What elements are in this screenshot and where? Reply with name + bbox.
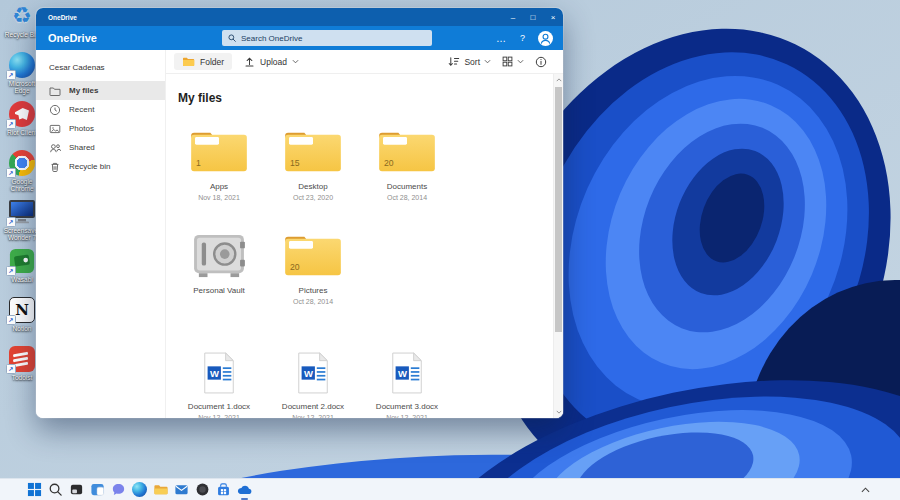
file-tile-name: Document 3.docx: [376, 402, 438, 411]
sidebar-item-icon: [49, 161, 61, 173]
tile-document-3-docx[interactable]: W Document 3.docx Nov 12, 2021: [360, 339, 454, 418]
taskbar-task-view-button[interactable]: [68, 481, 85, 498]
file-tile-date: Nov 18, 2021: [198, 194, 240, 201]
desktop-icon-label: Wasabi: [11, 276, 32, 283]
tile-documents[interactable]: 20 Documents Oct 28, 2014: [360, 119, 454, 201]
sidebar-item-shared[interactable]: Shared: [36, 138, 165, 157]
sort-button-label: Sort: [464, 57, 480, 67]
file-tile-date: Oct 28, 2014: [387, 194, 427, 201]
desktop-icon-label: Todoist: [12, 374, 33, 381]
tile-pictures[interactable]: 20 Pictures Oct 28, 2014: [266, 223, 360, 305]
sidebar-item-recent[interactable]: Recent: [36, 100, 165, 119]
titlebar: OneDrive – □ ×: [36, 8, 563, 26]
taskbar-mail-button[interactable]: [173, 481, 190, 498]
desktop-icon-glyph: ↗: [8, 149, 36, 177]
sidebar-item-photos[interactable]: Photos: [36, 119, 165, 138]
search-icon: [228, 34, 236, 42]
file-tile-icon: 15: [282, 119, 344, 175]
scroll-thumb[interactable]: [555, 87, 562, 332]
svg-text:1: 1: [196, 158, 201, 168]
sidebar-item-icon: [49, 85, 61, 97]
taskbar-app-button[interactable]: [194, 481, 211, 498]
tile-document-1-docx[interactable]: W Document 1.docx Nov 12, 2021: [172, 339, 266, 418]
scrollbar[interactable]: [553, 74, 563, 418]
sort-icon: [448, 56, 460, 67]
taskbar-chat-button[interactable]: [110, 481, 127, 498]
search-box[interactable]: [222, 30, 432, 46]
folder-button-label: Folder: [200, 57, 224, 67]
file-tile-date: Oct 23, 2020: [293, 194, 333, 201]
more-options-button[interactable]: …: [496, 33, 507, 44]
sidebar-item-label: Recycle bin: [69, 162, 110, 171]
shortcut-arrow-icon: ↗: [6, 70, 16, 80]
sidebar-item-icon: [49, 104, 61, 116]
taskbar-start-button[interactable]: [26, 481, 43, 498]
search-input[interactable]: [241, 34, 426, 43]
sidebar-item-my-files[interactable]: My files: [36, 81, 165, 100]
desktop-icon-glyph: ↗: [8, 51, 36, 79]
file-area: My files 1 Apps Nov 18, 2021 15 Desktop …: [166, 74, 553, 418]
main-pane: Folder Upload Sort: [166, 50, 563, 418]
taskbar-microsoft-store-button[interactable]: [215, 481, 232, 498]
taskbar-onedrive-button[interactable]: [236, 481, 253, 498]
desktop-icon-glyph: ↗: [8, 198, 36, 226]
svg-text:W: W: [304, 368, 313, 379]
taskbar-file-explorer-button[interactable]: [152, 481, 169, 498]
taskbar-widgets-button[interactable]: [89, 481, 106, 498]
new-folder-button[interactable]: Folder: [174, 53, 232, 70]
taskbar-microsoft-edge-button[interactable]: [131, 481, 148, 498]
desktop-icon-glyph: ♻: [8, 2, 36, 30]
sidebar-item-label: My files: [69, 86, 98, 95]
sidebar-item-icon: [49, 123, 61, 135]
tile-document-2-docx[interactable]: W Document 2.docx Nov 12, 2021: [266, 339, 360, 418]
sidebar-item-label: Photos: [69, 124, 94, 133]
tile-desktop[interactable]: 15 Desktop Oct 23, 2020: [266, 119, 360, 201]
toolbar: Folder Upload Sort: [166, 50, 563, 74]
sort-button[interactable]: Sort: [448, 56, 491, 67]
desktop-icon-glyph: ↗: [8, 345, 36, 373]
svg-text:20: 20: [384, 158, 394, 168]
scroll-up-button[interactable]: [554, 75, 563, 85]
upload-button[interactable]: Upload: [236, 53, 307, 70]
sidebar-item-icon: [49, 142, 61, 154]
chevron-down-icon: [517, 59, 524, 64]
details-button[interactable]: [535, 56, 547, 68]
onedrive-window: OneDrive – □ × OneDrive … ?: [36, 8, 563, 418]
file-tile-name: Documents: [387, 182, 427, 191]
file-tile-name: Document 2.docx: [282, 402, 344, 411]
tile-apps[interactable]: 1 Apps Nov 18, 2021: [172, 119, 266, 201]
help-button[interactable]: ?: [520, 33, 525, 43]
file-tile-date: Nov 12, 2021: [386, 414, 428, 418]
svg-text:20: 20: [290, 262, 300, 272]
taskbar: [0, 478, 900, 500]
close-button[interactable]: ×: [543, 8, 563, 26]
desktop-icon-glyph: ↗: [8, 247, 36, 275]
minimize-button[interactable]: –: [503, 8, 523, 26]
page-title: My files: [178, 91, 553, 105]
app-header: OneDrive … ?: [36, 26, 563, 50]
file-tile-date: Nov 12, 2021: [292, 414, 334, 418]
shortcut-arrow-icon: ↗: [6, 364, 16, 374]
account-avatar[interactable]: [538, 31, 553, 46]
sidebar-user-name: Cesar Cadenas: [36, 56, 165, 81]
tile-personal-vault[interactable]: Personal Vault: [172, 223, 266, 305]
svg-text:W: W: [210, 368, 219, 379]
chevron-down-icon: [484, 59, 491, 64]
shortcut-arrow-icon: ↗: [6, 266, 16, 276]
sidebar-item-label: Shared: [69, 143, 95, 152]
folder-icon: [182, 56, 195, 67]
file-tile-icon: 20: [282, 223, 344, 279]
shortcut-arrow-icon: ↗: [6, 217, 16, 227]
tile-row: 1 Apps Nov 18, 2021 15 Desktop Oct 23, 2…: [172, 119, 553, 201]
sidebar-item-recycle-bin[interactable]: Recycle bin: [36, 157, 165, 176]
taskbar-search-button[interactable]: [47, 481, 64, 498]
show-hidden-icons-button[interactable]: [861, 479, 870, 500]
file-tile-icon: W: [294, 339, 332, 395]
chevron-down-icon: [292, 59, 299, 64]
view-grid-button[interactable]: [502, 56, 524, 67]
file-tile-date: Nov 12, 2021: [198, 414, 240, 418]
desktop-icon-label: Riot Client: [7, 129, 37, 136]
file-tile-icon: W: [388, 339, 426, 395]
onedrive-wordmark: OneDrive: [48, 32, 97, 44]
maximize-button[interactable]: □: [523, 8, 543, 26]
